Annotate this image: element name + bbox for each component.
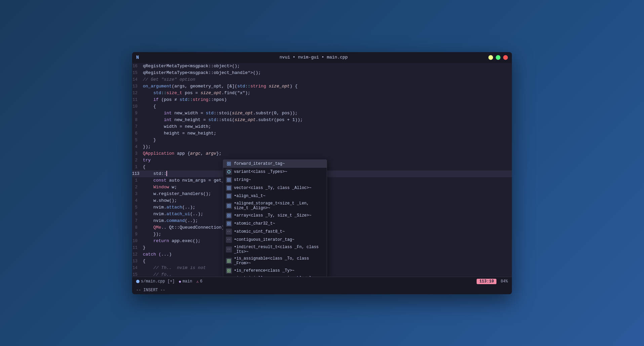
autocomplete-item[interactable]: vector<class _Ty, class _Alloc>~ <box>223 184 327 192</box>
autocomplete-item-icon <box>226 221 232 227</box>
line-number: 14 <box>132 76 143 83</box>
code-token: ) { <box>290 84 297 89</box>
line-number: 9 <box>132 231 143 238</box>
svg-rect-15 <box>227 196 229 198</box>
code-token: (pos ≠ <box>159 97 179 102</box>
svg-rect-13 <box>227 194 229 196</box>
code-token: (..); <box>190 212 203 217</box>
code-token: std <box>237 84 245 89</box>
code-token: } <box>143 245 146 250</box>
code-token: :: <box>245 84 250 89</box>
line-content: // Get "size" option <box>143 76 509 83</box>
autocomplete-item[interactable]: •is_reference<class _Ty>~ <box>223 267 327 275</box>
line-content: int new_height = std::stoi(size_opt.subs… <box>143 117 509 123</box>
branch-name: main <box>183 279 192 284</box>
autocomplete-item-text: vector<class _Ty, class _Alloc>~ <box>234 186 311 190</box>
code-token: .. <box>166 272 172 277</box>
autocomplete-item[interactable]: <<•contiguous_iterator_tag~ <box>223 236 327 244</box>
line-number: 8 <box>132 224 143 231</box>
svg-rect-0 <box>227 162 229 163</box>
code-token: std <box>179 97 187 102</box>
code-token: .. nvim is not <box>166 265 206 270</box>
code-token: }); <box>143 232 161 237</box>
file-modified-dot <box>136 280 139 283</box>
code-token <box>143 111 164 116</box>
code-token: attach <box>166 205 182 210</box>
error-icon: ⚠ <box>196 279 199 284</box>
code-token: string <box>250 84 266 89</box>
autocomplete-item[interactable]: •is_trivially_move_assignable<class _Ty>… <box>223 275 327 277</box>
code-token: { <box>143 259 146 264</box>
code-token: string <box>193 97 208 102</box>
code-token: command <box>166 218 185 223</box>
code-token: (..); <box>182 205 195 210</box>
code-token: QApplication <box>143 151 174 156</box>
autocomplete-item[interactable]: •array<class _Ty, size_t _Size>~ <box>223 212 327 220</box>
mode-bar: -- INSERT -- <box>132 286 512 294</box>
autocomplete-item[interactable]: <<•atomic_uint_fast8_t~ <box>223 228 327 236</box>
autocomplete-popup[interactable]: forward_iterator_tag~ variant<class _Typ… <box>223 159 327 277</box>
code-token: Window <box>153 185 169 190</box>
text-cursor <box>166 171 167 176</box>
code-token: }); <box>143 144 151 149</box>
code-line: 14// Get "size" option <box>132 76 512 83</box>
titlebar: N nvui • nvim-gui • main.cpp <box>132 52 512 63</box>
line-content: std::size_t pos = size_opt.find("x"); <box>143 90 509 97</box>
status-right: 113:10 84% <box>477 279 508 284</box>
autocomplete-item[interactable]: string~ <box>223 176 327 184</box>
code-token: size_opt <box>235 117 255 122</box>
code-token: std:: <box>143 171 166 176</box>
code-token: , <box>201 151 206 156</box>
autocomplete-item[interactable]: <<•indirect_result_t<class _Fn, class _I… <box>223 244 327 255</box>
code-line: 16qRegisterMetaType<msgpack::object>(); <box>132 63 512 70</box>
branch-status: ◆ main <box>179 279 192 284</box>
line-content: width = new_width; <box>143 123 509 130</box>
code-token: new_height = <box>172 117 208 122</box>
line-number: 12 <box>132 90 143 97</box>
autocomplete-item[interactable]: variant<class _Types>~ <box>223 168 327 176</box>
code-line: 11 if (pos ≠ std::string::npos) <box>132 97 512 103</box>
autocomplete-item[interactable]: •aligned_storage_t<size_t _Len, size_t _… <box>223 200 327 212</box>
line-number: 8 <box>132 117 143 123</box>
code-token: width = new_width; <box>143 124 211 129</box>
code-token: ) <box>169 252 172 257</box>
autocomplete-item[interactable]: •atomic_char32_t~ <box>223 220 327 228</box>
code-token: QMe <box>153 225 161 230</box>
autocomplete-item-icon <box>226 213 232 219</box>
line-number: 10 <box>132 238 143 244</box>
line-content: qRegisterMetaType<msgpack::object>(); <box>143 63 509 70</box>
line-number: 4 <box>132 197 143 204</box>
svg-rect-16 <box>229 196 231 198</box>
maximize-button[interactable] <box>496 55 500 60</box>
line-number: 11 <box>132 97 143 103</box>
code-token: argc <box>190 151 200 156</box>
close-button[interactable] <box>503 55 508 60</box>
code-token <box>143 178 153 183</box>
autocomplete-item[interactable]: •is_assignable<class _To, class _From>~ <box>223 255 327 267</box>
code-token: { <box>143 104 156 109</box>
svg-rect-7 <box>227 180 229 182</box>
line-content: if (pos ≠ std::string::npos) <box>143 97 509 103</box>
app-logo: N <box>136 55 139 60</box>
autocomplete-item-icon <box>226 169 232 175</box>
autocomplete-item[interactable]: forward_iterator_tag~ <box>223 160 327 168</box>
code-token: size_opt <box>269 84 290 89</box>
line-content: on_argument(args, geometry_opt, [&](std:… <box>143 83 509 90</box>
minimize-button[interactable] <box>488 55 493 60</box>
svg-rect-8 <box>229 180 231 182</box>
line-number: 1 <box>132 177 143 184</box>
code-token: catch ( <box>143 252 161 257</box>
editor-window: N nvui • nvim-gui • main.cpp 16qRegister… <box>132 52 512 294</box>
code-token: w; <box>169 185 177 190</box>
autocomplete-item[interactable]: •align_val_t~ <box>223 192 327 200</box>
code-token: height = new_height; <box>143 131 216 136</box>
code-token: int <box>164 111 171 116</box>
code-token: nvim. <box>143 212 166 217</box>
line-content: int new_width = std::stoi(size_opt.subst… <box>143 110 509 117</box>
code-line: 6 height = new_height; <box>132 130 512 137</box>
svg-rect-9 <box>227 186 229 188</box>
code-token: // fo <box>153 272 166 277</box>
zoom-level: 84% <box>500 279 508 284</box>
code-token: // Get "size" option <box>143 77 195 82</box>
autocomplete-item-icon: << <box>226 246 232 253</box>
